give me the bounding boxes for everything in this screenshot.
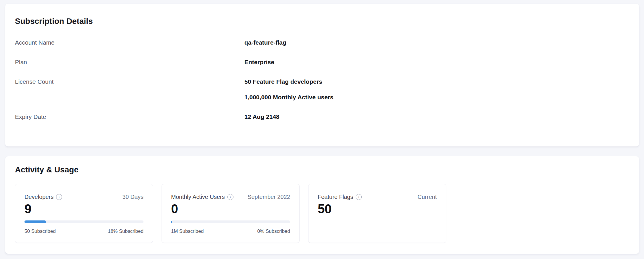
metric-label-wrap: Monthly Active Users i bbox=[171, 193, 233, 200]
metric-footer: 1M Subscribed 0% Subscribed bbox=[171, 228, 290, 234]
detail-label: License Count bbox=[15, 78, 244, 101]
metric-label: Developers bbox=[24, 193, 53, 200]
progress-bar-track bbox=[171, 220, 290, 223]
detail-value: 1,000,000 Monthly Active users bbox=[244, 94, 629, 101]
metric-card-developers: Developers i 30 Days 9 50 Subscribed 18%… bbox=[15, 184, 153, 243]
metric-value: 9 bbox=[24, 202, 143, 216]
detail-row-license-count: License Count 50 Feature Flag developers… bbox=[15, 78, 629, 101]
metric-label-wrap: Feature Flags i bbox=[318, 193, 362, 200]
activity-usage-card: Activity & Usage Developers i 30 Days 9 … bbox=[5, 156, 639, 254]
metric-label: Feature Flags bbox=[318, 193, 353, 200]
metric-period: September 2022 bbox=[248, 193, 290, 200]
metric-footer-right: 18% Subscribed bbox=[108, 228, 143, 234]
metric-value: 50 bbox=[318, 202, 437, 216]
info-icon[interactable]: i bbox=[227, 194, 233, 200]
detail-row-plan: Plan Enterprise bbox=[15, 58, 629, 66]
detail-value: Enterprise bbox=[244, 58, 629, 66]
detail-label: Account Name bbox=[15, 39, 244, 46]
metric-footer-left: 50 Subscribed bbox=[24, 228, 56, 234]
info-icon[interactable]: i bbox=[356, 194, 362, 200]
progress-bar-track bbox=[24, 220, 143, 223]
metric-card-feature-flags: Feature Flags i Current 50 bbox=[308, 184, 446, 243]
subscription-details-card: Subscription Details Account Name qa-fea… bbox=[5, 4, 639, 146]
detail-value: qa-feature-flag bbox=[244, 39, 629, 46]
metric-footer: 50 Subscribed 18% Subscribed bbox=[24, 228, 143, 234]
progress-bar-fill bbox=[24, 220, 46, 223]
detail-value: 50 Feature Flag developers bbox=[244, 78, 629, 85]
metric-label: Monthly Active Users bbox=[171, 193, 225, 200]
metric-card-row: Developers i 30 Days 9 50 Subscribed 18%… bbox=[15, 184, 629, 243]
metric-period: Current bbox=[417, 193, 437, 200]
page: Subscription Details Account Name qa-fea… bbox=[5, 4, 639, 254]
metric-period: 30 Days bbox=[122, 193, 143, 200]
info-icon[interactable]: i bbox=[56, 194, 62, 200]
metric-footer-left: 1M Subscribed bbox=[171, 228, 204, 234]
metric-label-wrap: Developers i bbox=[24, 193, 62, 200]
detail-row-account-name: Account Name qa-feature-flag bbox=[15, 39, 629, 46]
detail-row-expiry-date: Expiry Date 12 Aug 2148 bbox=[15, 113, 629, 121]
metric-header: Developers i 30 Days bbox=[24, 193, 143, 200]
detail-label: Plan bbox=[15, 58, 244, 66]
activity-usage-title: Activity & Usage bbox=[15, 165, 629, 175]
subscription-details-title: Subscription Details bbox=[15, 16, 629, 26]
metric-header: Feature Flags i Current bbox=[318, 193, 437, 200]
metric-value: 0 bbox=[171, 202, 290, 216]
progress-bar-fill bbox=[171, 220, 172, 223]
detail-label: Expiry Date bbox=[15, 113, 244, 121]
metric-footer-right: 0% Subscribed bbox=[257, 228, 290, 234]
detail-value-group: 50 Feature Flag developers 1,000,000 Mon… bbox=[244, 78, 629, 101]
metric-card-monthly-active-users: Monthly Active Users i September 2022 0 … bbox=[162, 184, 300, 243]
detail-value: 12 Aug 2148 bbox=[244, 113, 629, 121]
metric-header: Monthly Active Users i September 2022 bbox=[171, 193, 290, 200]
